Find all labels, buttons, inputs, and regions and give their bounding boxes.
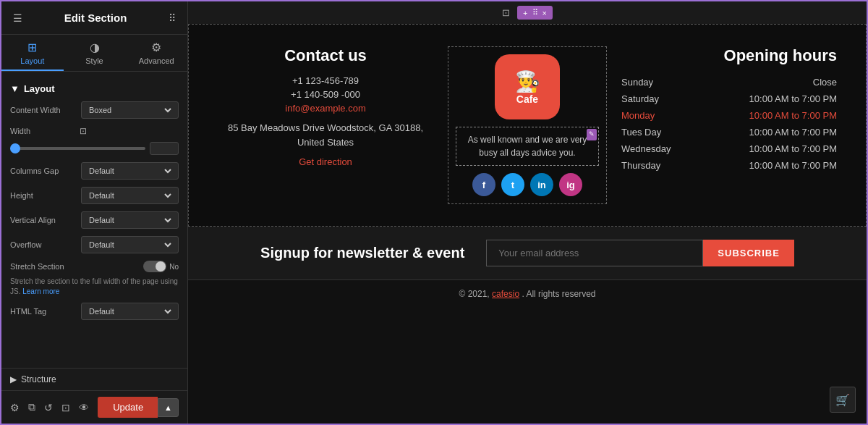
tab-layout[interactable]: ⊞ Layout <box>1 35 64 71</box>
vertical-align-dropdown[interactable]: Default <box>86 215 174 225</box>
footer-text-before: © 2021, <box>459 289 490 299</box>
twitter-icon[interactable]: t <box>501 173 524 196</box>
cafe-logo-text: Cafe <box>515 93 540 105</box>
height-dropdown[interactable]: Default <box>86 190 174 201</box>
footer-link[interactable]: cafesio <box>492 289 519 299</box>
slider-thumb[interactable] <box>10 143 20 153</box>
width-responsive-icon[interactable]: ⊡ <box>80 126 87 136</box>
close-section-btn[interactable]: × <box>542 9 547 17</box>
update-arrow-button[interactable]: ▲ <box>158 398 179 417</box>
tab-layout-label: Layout <box>20 56 44 65</box>
contact-direction[interactable]: Get direction <box>218 156 433 167</box>
text-box-edit-icon[interactable]: ✎ <box>587 129 597 140</box>
hours-row-saturday: Saturday 10:00 AM to 7:00 PM <box>621 93 837 104</box>
contact-phone2: +1 140-509 -000 <box>218 89 433 100</box>
settings-icon[interactable]: ⚙ <box>10 402 20 413</box>
tab-style-label: Style <box>85 56 103 65</box>
hours-day-sunday: Sunday <box>621 77 653 88</box>
stretch-toggle[interactable]: No <box>143 261 179 272</box>
vertical-align-select[interactable]: Default <box>81 211 179 229</box>
html-tag-row: HTML Tag Default <box>10 303 179 320</box>
menu-icon[interactable]: ☰ <box>13 12 22 24</box>
slider-input[interactable] <box>150 142 179 155</box>
cafe-logo: 👨‍🍳 Cafe <box>495 54 560 119</box>
height-select[interactable]: Default <box>81 187 179 204</box>
newsletter-email-input[interactable] <box>486 240 703 266</box>
overflow-dropdown[interactable]: Default <box>86 240 174 250</box>
hours-column: Opening hours Sunday Close Saturday 10:0… <box>621 46 837 204</box>
grid-icon[interactable]: ⠿ <box>169 12 176 24</box>
overflow-label: Overflow <box>10 240 75 249</box>
bottom-icons: ⚙ ⧉ ↺ ⊡ 👁 <box>10 401 89 413</box>
newsletter-title: Signup for newsletter & event <box>260 245 464 261</box>
instagram-icon[interactable]: ig <box>559 173 582 196</box>
columns-gap-label: Columns Gap <box>10 167 75 175</box>
hours-day-wednesday: Wednesday <box>621 143 671 154</box>
text-box: As well known and we are very busy all d… <box>456 127 599 166</box>
overflow-select[interactable]: Default <box>81 236 179 253</box>
contact-phone1: +1 123-456-789 <box>218 75 433 86</box>
columns-gap-select[interactable]: Default <box>81 162 179 180</box>
middle-column: 👨‍🍳 Cafe As well known and we are very b… <box>448 46 607 204</box>
html-tag-select[interactable]: Default <box>81 303 179 320</box>
panel-header-left-icons: ☰ <box>13 12 22 24</box>
panel-header-right-icons: ⠿ <box>169 12 176 24</box>
stretch-section-row: Stretch Section No <box>10 261 179 272</box>
newsletter-subscribe-button[interactable]: SUBSCRIBE <box>703 240 794 266</box>
move-section-btn[interactable]: ⠿ <box>532 8 538 17</box>
hours-time-tuesday: 10:00 AM to 7:00 PM <box>749 127 837 138</box>
add-section-btn[interactable]: + <box>523 9 527 17</box>
preview-wrapper: Contact us +1 123-456-789 +1 140-509 -00… <box>188 24 867 424</box>
layout-section-header[interactable]: ▼ Layout <box>10 83 179 94</box>
stretch-hint: Stretch the section to the full width of… <box>10 277 179 297</box>
toggle-knob <box>156 261 166 272</box>
hours-title: Opening hours <box>621 46 837 65</box>
html-tag-label: HTML Tag <box>10 307 75 316</box>
newsletter-section: Signup for newsletter & event SUBSCRIBE <box>188 227 867 279</box>
section-controls: + ⠿ × <box>517 6 553 20</box>
preview-icon[interactable]: 👁 <box>79 402 89 413</box>
hours-time-monday: 10:00 AM to 7:00 PM <box>749 110 837 121</box>
content-width-select[interactable]: Boxed Full Width <box>81 101 179 119</box>
hours-row-sunday: Sunday Close <box>621 77 837 88</box>
history-icon[interactable]: ↺ <box>44 402 53 413</box>
newsletter-input-group: SUBSCRIBE <box>486 240 794 266</box>
width-row: Width ⊡ <box>10 126 179 136</box>
slider-track[interactable] <box>10 147 145 150</box>
html-tag-dropdown[interactable]: Default <box>86 306 174 316</box>
layers-icon[interactable]: ⧉ <box>28 401 35 413</box>
structure-label: Structure <box>21 374 56 384</box>
vertical-align-label: Vertical Align <box>10 216 75 224</box>
advanced-tab-icon: ⚙ <box>151 41 161 54</box>
update-button[interactable]: Update <box>98 397 158 418</box>
hours-day-saturday: Saturday <box>621 93 659 104</box>
tab-style[interactable]: ◑ Style <box>64 35 126 71</box>
content-width-dropdown[interactable]: Boxed Full Width <box>86 105 174 115</box>
learn-more-link[interactable]: Learn more <box>22 287 59 295</box>
facebook-icon[interactable]: f <box>472 173 495 196</box>
responsive-icon[interactable]: ⊡ <box>61 402 70 413</box>
hours-time-sunday: Close <box>813 77 837 88</box>
contact-column: Contact us +1 123-456-789 +1 140-509 -00… <box>218 46 433 204</box>
expand-icon[interactable]: ⊡ <box>502 7 510 18</box>
hours-row-tuesday: Tues Day 10:00 AM to 7:00 PM <box>621 127 837 138</box>
width-label: Width <box>10 127 75 135</box>
left-panel: ☰ Edit Section ⠿ ⊞ Layout ◑ Style ⚙ Adva… <box>1 1 188 424</box>
linkedin-icon[interactable]: in <box>530 173 553 196</box>
columns-gap-dropdown[interactable]: Default <box>86 166 174 176</box>
contact-title: Contact us <box>218 46 433 65</box>
preview-content: Contact us +1 123-456-789 +1 140-509 -00… <box>188 24 867 308</box>
bottom-bar: ⚙ ⧉ ↺ ⊡ 👁 Update ▲ <box>1 390 187 424</box>
vertical-align-row: Vertical Align Default <box>10 211 179 229</box>
tab-advanced[interactable]: ⚙ Advanced <box>125 35 187 71</box>
structure-section[interactable]: ▶ Structure <box>1 368 187 390</box>
cart-icon[interactable]: 🛒 <box>830 387 856 413</box>
layout-tab-icon: ⊞ <box>27 41 37 54</box>
overflow-row: Overflow Default <box>10 236 179 253</box>
app-wrapper: ☰ Edit Section ⠿ ⊞ Layout ◑ Style ⚙ Adva… <box>0 0 868 425</box>
toggle-background <box>143 261 166 272</box>
height-row: Height Default <box>10 187 179 204</box>
social-icons: f t in ig <box>472 173 582 196</box>
layout-section-label: Layout <box>24 83 55 94</box>
hours-time-wednesday: 10:00 AM to 7:00 PM <box>749 143 837 154</box>
